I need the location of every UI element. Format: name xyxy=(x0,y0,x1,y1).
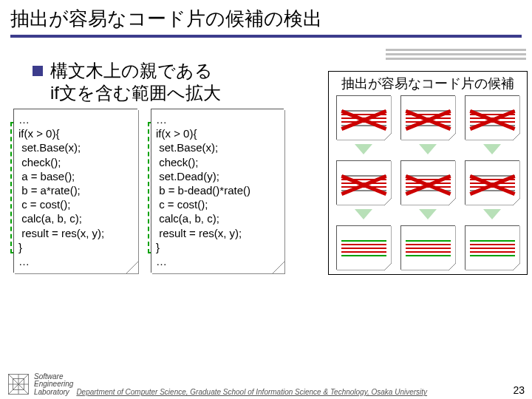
slide-title: 抽出が容易なコード片の候補の検出 xyxy=(10,6,522,32)
code-line: check(); xyxy=(18,155,133,169)
logo: Software Engineering Laboratory xyxy=(7,373,73,397)
mini-candidate-crossed xyxy=(336,160,391,205)
page-fold-icon xyxy=(126,262,138,273)
code-line: result = res(x, y); xyxy=(156,226,279,240)
code-line: set.Base(x); xyxy=(18,140,133,154)
code-left: … if(x > 0){ set.Base(x); check(); a = b… xyxy=(13,109,137,273)
logo-line: Software xyxy=(34,372,63,381)
mini-candidate-crossed xyxy=(400,160,455,205)
code-line: c = cost(); xyxy=(156,197,279,211)
bullet-icon xyxy=(33,66,43,76)
footer: Software Engineering Laboratory Departme… xyxy=(0,373,532,397)
arrow-down-icon xyxy=(419,146,437,154)
arrow-down-icon xyxy=(355,146,372,154)
bullet-text: 構文木上の親である if文を含む範囲へ拡大 xyxy=(50,60,221,104)
code-line: calc(a, b, c); xyxy=(18,211,133,225)
code-left-wrap: … if(x > 0){ set.Base(x); check(); a = b… xyxy=(13,109,137,273)
code-line: c = cost(); xyxy=(18,197,133,211)
code-line: b = a*rate(); xyxy=(18,183,133,197)
logo-text: Software Engineering Laboratory xyxy=(34,373,73,397)
mini-candidate-valid xyxy=(400,225,455,270)
accent-lines xyxy=(386,49,526,60)
title-underline xyxy=(10,35,522,38)
bullet-line1: 構文木上の親である xyxy=(50,61,213,81)
arrow-down-icon xyxy=(483,211,501,219)
code-line: set.Base(x); xyxy=(156,140,279,154)
title-bar: 抽出が容易なコード片の候補の検出 xyxy=(0,0,532,41)
arrow-down-icon xyxy=(483,146,501,154)
mini-candidate-crossed xyxy=(336,95,391,140)
code-line: if(x > 0){ xyxy=(18,126,133,140)
mini-candidate-valid xyxy=(336,225,391,270)
code-right: … if(x > 0){ set.Base(x); check(); set.D… xyxy=(151,109,284,273)
footer-affiliation: Department of Computer Science, Graduate… xyxy=(73,388,525,396)
code-line: … xyxy=(156,254,279,268)
slide: 抽出が容易なコード片の候補の検出 構文木上の親である if文を含む範囲へ拡大 …… xyxy=(0,0,532,399)
code-line: … xyxy=(18,254,133,268)
code-line: … xyxy=(18,112,133,126)
code-right-wrap: … if(x > 0){ set.Base(x); check(); set.D… xyxy=(151,109,284,273)
right-panel: 抽出が容易なコード片の候補 xyxy=(328,71,528,275)
code-line: set.Dead(y); xyxy=(156,169,279,183)
logo-line: Laboratory xyxy=(34,388,69,396)
code-line: calc(a, b, c); xyxy=(156,211,279,225)
arrow-down-icon xyxy=(355,211,372,219)
code-line: } xyxy=(18,240,133,254)
page-fold-icon xyxy=(273,262,284,273)
mini-candidate-crossed xyxy=(465,160,519,205)
code-line: a = base(); xyxy=(18,169,133,183)
logo-icon xyxy=(7,373,30,395)
code-line: } xyxy=(156,240,279,254)
mini-grid xyxy=(330,92,525,270)
mini-candidate-crossed xyxy=(400,95,455,140)
logo-line: Engineering xyxy=(34,380,73,388)
arrow-down-icon xyxy=(419,211,437,219)
page-number: 23 xyxy=(513,384,525,396)
code-line: result = res(x, y); xyxy=(18,226,133,240)
right-panel-title: 抽出が容易なコード片の候補 xyxy=(330,75,525,92)
code-line: check(); xyxy=(156,155,279,169)
code-line: b = b-dead()*rate() xyxy=(156,183,279,197)
bullet-line2: if文を含む範囲へ拡大 xyxy=(50,83,221,103)
mini-candidate-crossed xyxy=(465,95,519,140)
code-line: … xyxy=(156,112,279,126)
mini-candidate-valid xyxy=(465,225,519,270)
code-line: if(x > 0){ xyxy=(156,126,279,140)
